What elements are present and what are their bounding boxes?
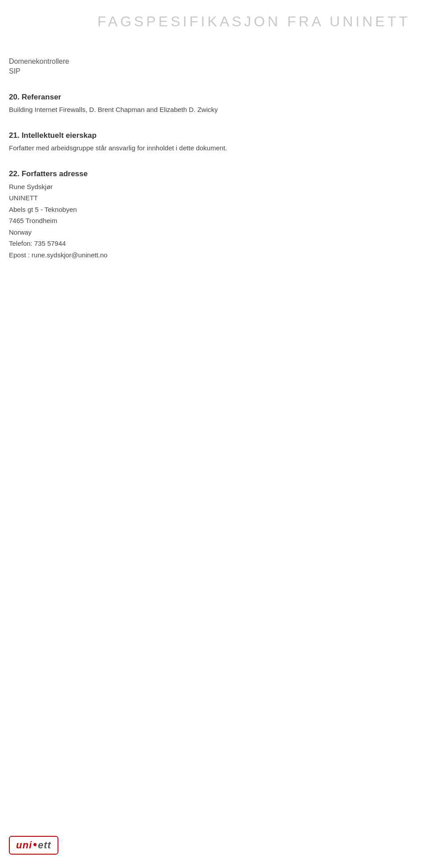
section-20: 20. Referanser Building Internet Firewal… (9, 93, 410, 115)
main-content: Domenekontrollere SIP 20. Referanser Bui… (0, 39, 428, 294)
section-20-number: 20. (9, 93, 20, 101)
section-22: 22. Forfatters adresse Rune Sydskjør UNI… (9, 169, 410, 261)
address-city: 7465 Trondheim (9, 215, 410, 227)
address-block: Rune Sydskjør UNINETT Abels gt 5 - Tekno… (9, 181, 410, 261)
logo-dot (33, 843, 37, 846)
subtitle-line1: Domenekontrollere (9, 57, 410, 66)
address-street: Abels gt 5 - Teknobyen (9, 204, 410, 215)
footer-logo: uni ett (9, 836, 58, 855)
uninett-logo: uni ett (9, 836, 58, 855)
section-22-title: Forfatters adresse (21, 169, 87, 178)
address-country: Norway (9, 227, 410, 238)
section-20-body: Building Internet Firewalls, D. Brent Ch… (9, 104, 410, 115)
logo-ett-text: ett (38, 839, 51, 851)
address-org: UNINETT (9, 192, 410, 204)
section-20-heading: 20. Referanser (9, 93, 410, 102)
section-21-title: Intellektuelt eierskap (21, 131, 96, 140)
address-phone: Telefon: 735 57944 (9, 238, 410, 249)
section-22-number: 22. (9, 169, 20, 178)
section-21-number: 21. (9, 131, 20, 140)
section-20-title: Referanser (21, 93, 61, 101)
page-title: FAGSPESIFIKASJON FRA UNINETT (18, 13, 410, 30)
address-name: Rune Sydskjør (9, 181, 410, 193)
section-21-heading: 21. Intellektuelt eierskap (9, 131, 410, 140)
logo-uni-text: uni (16, 839, 32, 851)
subtitle-line2: SIP (9, 66, 410, 76)
page-header: FAGSPESIFIKASJON FRA UNINETT (0, 0, 428, 39)
section-22-heading: 22. Forfatters adresse (9, 169, 410, 178)
address-email: Epost : rune.sydskjor@uninett.no (9, 249, 410, 261)
section-21-body: Forfatter med arbeidsgruppe står ansvarl… (9, 143, 410, 153)
section-21: 21. Intellektuelt eierskap Forfatter med… (9, 131, 410, 153)
subtitle-block: Domenekontrollere SIP (9, 57, 410, 77)
